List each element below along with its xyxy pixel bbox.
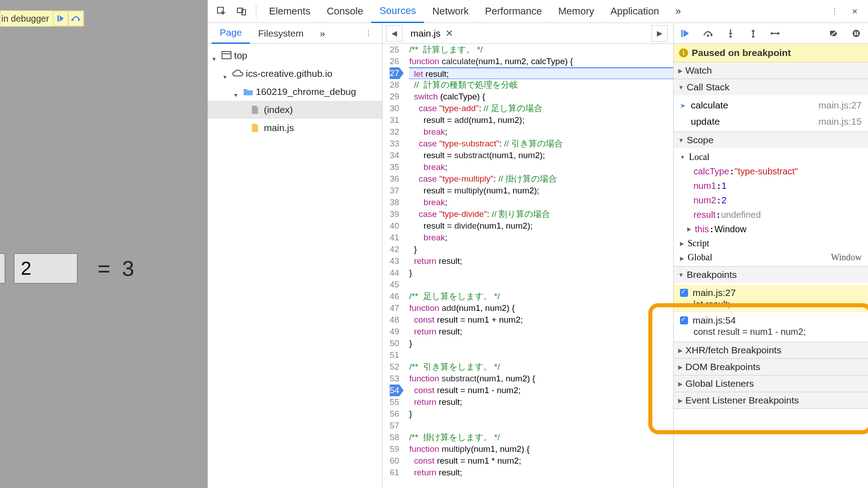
debugger-label: in debugger [0,14,53,24]
tree-mainjs[interactable]: main.js [208,119,382,137]
scope-this[interactable]: ▶this: Window [674,222,868,236]
scope-var[interactable]: calcType: "type-substract" [674,164,868,178]
tab-network[interactable]: Network [424,0,477,23]
nav-tab-page[interactable]: Page [212,23,250,44]
svg-rect-0 [57,15,59,22]
file-icon [251,105,259,114]
cloud-icon [232,70,243,78]
tab-application[interactable]: Application [602,0,667,23]
overlay-step-button[interactable] [68,11,84,26]
pause-banner: iPaused on breakpoint [674,44,868,62]
scope-var[interactable]: num1: 1 [674,178,868,193]
tree-top[interactable]: top [208,47,382,65]
overlay-resume-button[interactable] [53,11,68,26]
code-editor[interactable]: 2526272829303132333435363738394041424344… [382,44,673,488]
scope-var[interactable]: num2: 2 [674,193,868,207]
editor-pane: ◀ main.js✕ ▶ 252627282930313233343536373… [382,23,674,488]
nav-more-icon[interactable]: » [311,23,333,44]
scope-local[interactable]: ▼Local [674,150,868,164]
nav-kebab-icon[interactable]: ⋮ [360,25,377,42]
checkbox-icon[interactable] [680,316,688,324]
tree-domain[interactable]: ics-creative.github.io [208,65,382,83]
folder-icon [243,88,253,96]
svg-point-8 [707,34,709,37]
svg-rect-5 [222,52,231,59]
tree-folder[interactable]: 160219_chrome_debug [208,83,382,101]
step-over-icon[interactable] [700,27,716,40]
breakpoint-item[interactable]: main.js:27let result; [674,285,868,312]
info-icon: i [679,48,688,57]
breakpoint-item[interactable]: main.js:54const result = num1 - num2; [674,312,868,340]
callstack-frame[interactable]: updatemain.js:15 [684,113,868,130]
svg-rect-7 [681,30,683,37]
show-debugger-icon[interactable]: ▶ [651,25,668,42]
scope-global[interactable]: ▶GlobalWindow [674,250,868,264]
navigator-pane: PageFilesystem » ⋮ top ics-creative.gith… [208,23,382,488]
callstack-frame[interactable]: calculatemain.js:27 [684,97,868,113]
event-listener-bp-header[interactable]: ▶Event Listener Breakpoints [674,392,868,408]
devtools-tabbar: ElementsConsoleSourcesNetworkPerformance… [208,0,868,23]
file-tree: top ics-creative.github.io 160219_chrome… [208,44,382,488]
debug-toolbar [674,23,868,44]
show-navigator-icon[interactable]: ◀ [386,25,402,42]
svg-point-16 [853,30,860,37]
result-value: 3 [122,256,134,281]
svg-rect-17 [854,32,856,35]
devtools-panel: ElementsConsoleSourcesNetworkPerformance… [208,0,868,488]
tab-elements[interactable]: Elements [261,0,319,23]
nav-tab-filesystem[interactable]: Filesystem [250,23,311,44]
device-icon[interactable] [233,3,250,19]
input-partial [0,253,5,284]
svg-point-12 [752,35,755,38]
tree-index[interactable]: (index) [208,101,382,119]
equals-sign: = [98,256,110,281]
tab-memory[interactable]: Memory [550,0,602,23]
close-tab-icon[interactable]: ✕ [445,28,453,39]
editor-tab-mainjs[interactable]: main.js✕ [404,23,460,44]
callstack-header[interactable]: ▼Call Stack [674,79,868,95]
tab-sources[interactable]: Sources [371,0,424,23]
svg-rect-18 [857,32,858,35]
step-out-icon[interactable] [745,27,761,40]
step-into-icon[interactable] [722,27,739,40]
tab-performance[interactable]: Performance [477,0,550,23]
number-input-2[interactable] [14,253,78,284]
step-icon[interactable] [768,27,784,40]
window-icon [222,51,231,60]
watch-header[interactable]: ▶Watch [674,62,868,79]
xhr-bp-header[interactable]: ▶XHR/fetch Breakpoints [674,342,868,358]
tab-console[interactable]: Console [319,0,372,23]
dom-bp-header[interactable]: ▶DOM Breakpoints [674,359,868,375]
page-content: in debugger = 3 [0,0,208,488]
debugger-overlay: in debugger [0,10,84,27]
resume-icon[interactable] [677,27,693,40]
deactivate-breakpoints-icon[interactable] [826,27,842,40]
close-icon[interactable]: ✕ [846,3,863,19]
js-file-icon [251,123,259,132]
kebab-icon[interactable]: ⋮ [826,3,843,19]
debugger-pane: iPaused on breakpoint ▶Watch ▼Call Stack… [674,23,868,488]
checkbox-icon[interactable] [680,289,688,297]
more-tabs-icon[interactable]: » [667,0,689,23]
global-listeners-header[interactable]: ▶Global Listeners [674,375,868,392]
breakpoints-header[interactable]: ▼Breakpoints [674,267,868,283]
calculator-display: = 3 [0,253,134,284]
scope-var[interactable]: result: undefined [674,207,868,222]
inspect-icon[interactable] [213,3,230,19]
scope-header[interactable]: ▼Scope [674,132,868,148]
scope-script[interactable]: ▶Script [674,236,868,250]
svg-point-14 [771,32,773,34]
pause-exceptions-icon[interactable] [848,27,864,40]
svg-point-10 [730,35,732,38]
